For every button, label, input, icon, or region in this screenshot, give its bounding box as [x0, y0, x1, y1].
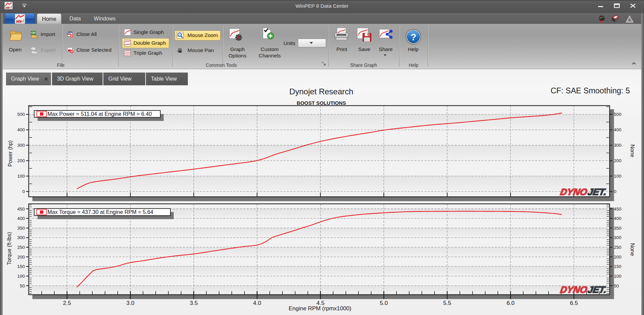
- svg-text:6.0: 6.0: [506, 300, 515, 306]
- svg-text:100: 100: [614, 174, 622, 179]
- svg-text:None: None: [630, 144, 635, 157]
- svg-text:CF: SAE Smoothing: 5: CF: SAE Smoothing: 5: [551, 86, 630, 95]
- svg-text:2.5: 2.5: [63, 300, 71, 306]
- svg-text:400: 400: [17, 216, 25, 221]
- svg-text:100: 100: [614, 274, 622, 279]
- svg-text:100: 100: [17, 174, 25, 179]
- svg-text:300: 300: [614, 143, 622, 148]
- svg-text:Dynojet Research: Dynojet Research: [289, 87, 354, 96]
- svg-text:0: 0: [614, 189, 616, 194]
- svg-text:5.5: 5.5: [443, 300, 451, 306]
- svg-text:300: 300: [614, 235, 622, 240]
- svg-text:Engine RPM (rpmx1000): Engine RPM (rpmx1000): [288, 305, 351, 312]
- svg-text:400: 400: [614, 216, 622, 221]
- svg-text:6.5: 6.5: [570, 300, 578, 306]
- svg-text:0: 0: [22, 189, 25, 194]
- svg-text:350: 350: [614, 226, 622, 231]
- svg-text:BOOST SOLUTIONS: BOOST SOLUTIONS: [297, 100, 346, 106]
- svg-text:4.0: 4.0: [253, 300, 261, 306]
- svg-text:50: 50: [614, 283, 619, 288]
- svg-text:Torque (ft-lbs): Torque (ft-lbs): [6, 232, 12, 265]
- svg-text:450: 450: [614, 207, 622, 212]
- svg-text:3.0: 3.0: [126, 300, 135, 306]
- svg-text:Power (hp): Power (hp): [7, 140, 13, 167]
- svg-text:200: 200: [614, 255, 622, 260]
- svg-text:150: 150: [17, 264, 25, 269]
- svg-text:DYNO: DYNO: [559, 187, 588, 197]
- svg-text:300: 300: [17, 143, 25, 148]
- svg-text:200: 200: [614, 158, 622, 163]
- svg-text:450: 450: [17, 207, 25, 212]
- svg-text:200: 200: [17, 158, 25, 163]
- svg-text:JET.: JET.: [587, 187, 607, 197]
- svg-text:200: 200: [17, 255, 25, 260]
- svg-text:400: 400: [17, 127, 25, 132]
- svg-text:150: 150: [614, 264, 622, 269]
- svg-text:50: 50: [20, 283, 25, 288]
- svg-text:5.0: 5.0: [380, 300, 388, 306]
- svg-text:DYNO: DYNO: [559, 284, 588, 295]
- svg-text:300: 300: [17, 235, 25, 240]
- svg-text:400: 400: [614, 127, 622, 132]
- svg-text:None: None: [630, 243, 635, 256]
- svg-text:250: 250: [614, 245, 622, 250]
- svg-text:3.5: 3.5: [190, 300, 198, 306]
- svg-text:Max Power = 511.04 at Engine R: Max Power = 511.04 at Engine RPM = 6.40: [48, 111, 152, 117]
- svg-text:100: 100: [17, 274, 25, 279]
- svg-text:Max Torque = 437.30 at Engine: Max Torque = 437.30 at Engine RPM = 5.64: [48, 209, 154, 215]
- svg-text:350: 350: [17, 226, 25, 231]
- svg-text:250: 250: [17, 245, 25, 250]
- svg-text:JET.: JET.: [587, 284, 607, 295]
- svg-text:500: 500: [614, 112, 622, 117]
- svg-text:500: 500: [17, 112, 25, 117]
